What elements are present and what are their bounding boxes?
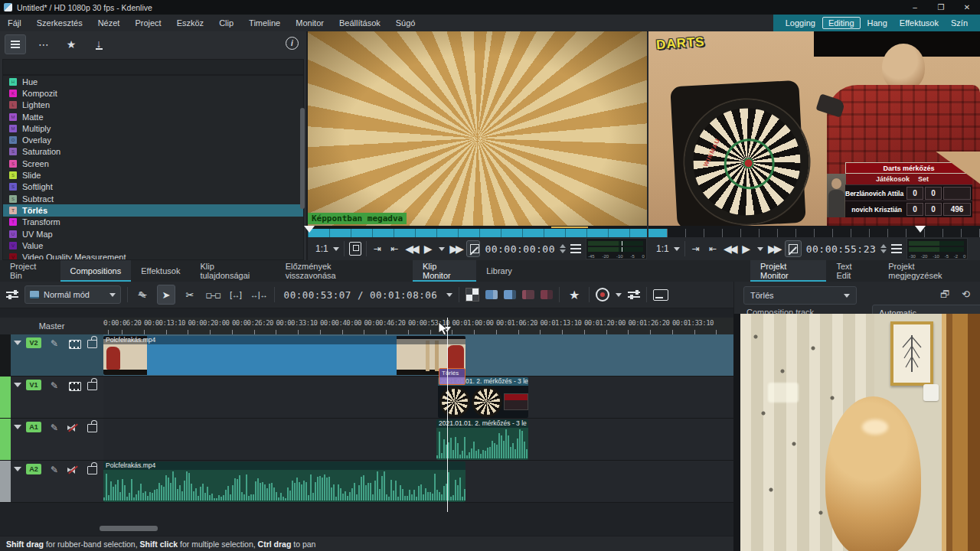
menu-szerkesztés[interactable]: Szerkesztés <box>29 15 90 31</box>
lock-track-icon[interactable] <box>87 466 97 474</box>
zone-end-icon[interactable]: ⇤ <box>388 243 400 254</box>
composition-item[interactable]: TTransform <box>3 217 303 228</box>
rewind-icon[interactable]: ◀◀ <box>724 243 736 255</box>
monitor-menu-icon[interactable] <box>570 244 581 254</box>
composition-item[interactable]: VValue <box>3 240 303 251</box>
lock-track-icon[interactable] <box>87 382 97 390</box>
composition-item[interactable]: TTörlés <box>3 204 303 216</box>
timecode-dropdown-icon[interactable] <box>446 293 452 297</box>
master-track-button[interactable]: Master <box>0 318 103 335</box>
composition-torles[interactable]: Törlés <box>439 368 466 385</box>
forward-icon[interactable]: ▶▶ <box>768 243 780 255</box>
tab-projekt-megjegyz-sek[interactable]: Projekt megjegyzések <box>878 260 980 282</box>
edit-mode-select[interactable]: Normál mód <box>24 285 121 304</box>
project-monitor-seekbar[interactable] <box>648 226 980 237</box>
tab-projekt-monitor[interactable]: Projekt Monitor <box>750 260 826 282</box>
collapse-track-icon[interactable] <box>14 467 21 471</box>
loop-zone-icon[interactable] <box>785 240 802 257</box>
mute-track-icon[interactable] <box>67 465 78 474</box>
zoom-level[interactable]: 1:1 <box>656 243 669 254</box>
monitor-overlay-icon[interactable] <box>349 242 362 256</box>
loop-zone-icon[interactable] <box>466 240 480 257</box>
composition-item[interactable]: OOverlay <box>3 134 303 145</box>
play-options-icon[interactable] <box>439 247 445 251</box>
menu-clip[interactable]: Clip <box>211 15 241 31</box>
workspace-editing[interactable]: Editing <box>822 17 861 29</box>
overwrite-zone-icon[interactable] <box>522 290 534 299</box>
track-badge[interactable]: A1 <box>26 422 41 432</box>
favorite-effects-icon[interactable]: ★ <box>566 285 583 304</box>
spacer-tool-icon[interactable]: ◻–◻ <box>204 285 221 304</box>
menu-súgó[interactable]: Súgó <box>388 15 423 31</box>
favorites-star-icon[interactable]: ★ <box>61 35 81 54</box>
tab-el-zm-nyek-visszavon-sa[interactable]: Előzmények visszavonása <box>276 260 394 282</box>
timeline-timecode[interactable]: 00:00:53:07 / 00:01:08:06 <box>281 289 441 301</box>
menu-eszköz[interactable]: Eszköz <box>169 15 211 31</box>
record-options-icon[interactable] <box>616 293 622 297</box>
tab-project-bin[interactable]: Project Bin <box>0 260 60 282</box>
clip-video-polcfelrakas[interactable]: Polcfelrakás.mp4 <box>103 336 466 375</box>
timeline-ruler[interactable]: 00:00:06:2000:00:13:1000:00:20:0000:00:2… <box>103 318 733 335</box>
tab-effektusok[interactable]: Effektusok <box>131 260 190 282</box>
track-target-strip[interactable] <box>0 334 11 377</box>
track-effects-icon[interactable]: ✎ <box>51 465 58 475</box>
lift-zone-icon[interactable] <box>504 290 516 299</box>
track-header-v1[interactable]: V1✎ <box>11 377 103 419</box>
monitor-menu-icon[interactable] <box>891 244 902 254</box>
composition-name-dropdown[interactable]: Törlés <box>743 286 857 305</box>
mixed-av-icon[interactable] <box>466 288 479 302</box>
slip-tool-icon[interactable]: ↔|↔ <box>250 285 268 304</box>
close-button[interactable]: ✕ <box>954 0 980 15</box>
subtitle-icon[interactable] <box>653 289 668 301</box>
timeline-playhead[interactable] <box>447 318 448 512</box>
mute-track-icon[interactable] <box>67 423 78 432</box>
razor-tool-icon[interactable]: ✂ <box>181 285 198 304</box>
clip-audio[interactable]: Polcfelrakás.mp4 <box>103 461 466 502</box>
track-lane-v1[interactable]: 2021.01.01. 2. mérkőzés - 3 le <box>103 377 733 419</box>
menu-nézet[interactable]: Nézet <box>90 15 128 31</box>
project-monitor-video[interactable]: DARTS WINMAU Darts mérkőzés Játékosok Se… <box>648 31 980 226</box>
edit-off-icon[interactable]: ✎ <box>134 285 151 304</box>
menu-beállítások[interactable]: Beállítások <box>332 15 388 31</box>
extract-zone-icon[interactable] <box>541 290 553 299</box>
tab-text-edit[interactable]: Text Edit <box>826 260 878 282</box>
composition-item[interactable]: SSoftlight <box>3 181 303 193</box>
composition-item[interactable]: MMultiply <box>3 122 303 134</box>
composition-list-scrollbar[interactable] <box>300 108 305 209</box>
play-options-icon[interactable] <box>757 247 763 251</box>
zone-start-icon[interactable]: ⇥ <box>371 243 384 254</box>
clip-monitor-playhead[interactable] <box>304 226 315 233</box>
collapse-track-icon[interactable] <box>14 383 21 387</box>
zone-end-icon[interactable]: ⇤ <box>707 243 719 254</box>
tab-library[interactable]: Library <box>476 260 522 282</box>
clip-monitor-timecode[interactable]: 00:00:00:00 <box>485 243 555 255</box>
composition-item[interactable]: SScreen <box>3 158 303 169</box>
composition-item[interactable]: KKompozit <box>3 87 303 99</box>
zoom-dropdown-icon[interactable] <box>674 247 680 251</box>
track-effects-icon[interactable]: ✎ <box>51 422 58 433</box>
menu-project[interactable]: Project <box>127 15 168 31</box>
track-header-a2[interactable]: A2✎ <box>11 461 103 503</box>
workspace-hang[interactable]: Hang <box>862 18 893 28</box>
track-header-a1[interactable]: A1✎ <box>11 419 103 461</box>
menu-fájl[interactable]: Fájl <box>0 15 29 31</box>
save-preset-icon[interactable]: 🗗 <box>940 289 950 300</box>
project-monitor-playhead[interactable] <box>915 226 926 233</box>
rewind-icon[interactable]: ◀◀ <box>405 243 417 255</box>
track-badge[interactable]: A2 <box>26 464 41 474</box>
track-lane-a1[interactable]: 2021.01.01. 2. mérkőzés - 3 le <box>103 419 733 461</box>
hide-track-icon[interactable] <box>69 340 81 349</box>
show-all-transitions-icon[interactable] <box>5 34 26 54</box>
track-config-icon[interactable] <box>6 289 18 300</box>
hide-track-icon[interactable] <box>69 382 81 391</box>
menu-timeline[interactable]: Timeline <box>241 15 288 31</box>
project-monitor-timecode[interactable]: 00:00:55:23 <box>806 243 877 255</box>
zone-start-icon[interactable]: ⇥ <box>690 243 702 254</box>
minimize-button[interactable]: – <box>902 0 928 15</box>
timeline-horizontal-scrollbar[interactable] <box>100 526 158 531</box>
tab-klip-monitor[interactable]: Klip Monitor <box>413 260 476 282</box>
track-header-v2[interactable]: V2✎ <box>11 334 103 377</box>
composition-search-input[interactable] <box>2 59 304 75</box>
zoom-dropdown-icon[interactable] <box>333 247 339 251</box>
track-effects-icon[interactable]: ✎ <box>51 380 58 391</box>
